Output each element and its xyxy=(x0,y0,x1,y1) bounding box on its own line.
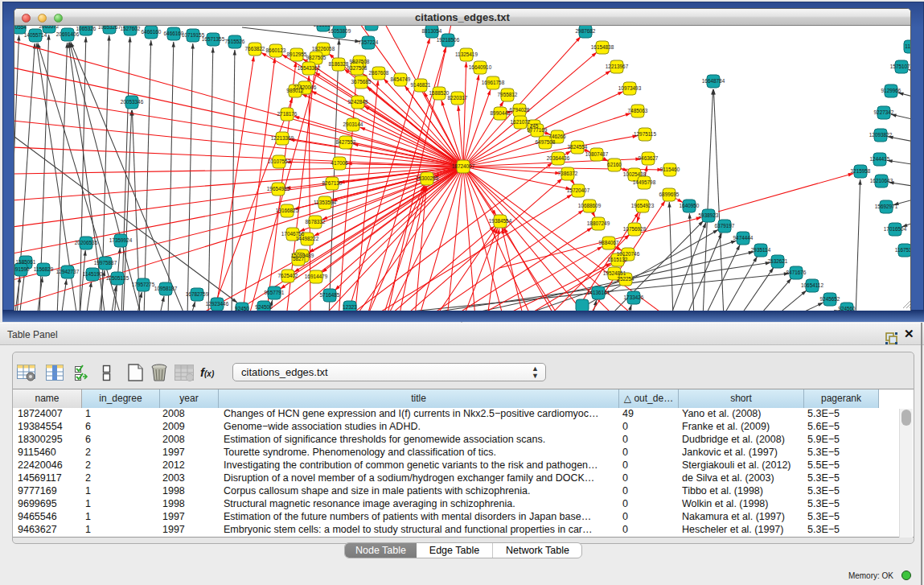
svg-text:1615132: 1615132 xyxy=(608,257,628,262)
svg-text:19654923: 19654923 xyxy=(631,203,655,208)
svg-text:1640950: 1640950 xyxy=(680,203,700,208)
svg-text:8912955: 8912955 xyxy=(287,51,307,57)
svg-text:20053346: 20053346 xyxy=(121,99,144,105)
svg-text:10973493: 10973493 xyxy=(618,85,642,91)
svg-text:8267130: 8267130 xyxy=(322,180,343,186)
svg-text:9884067: 9884067 xyxy=(599,240,619,245)
svg-text:391590: 391590 xyxy=(14,266,30,272)
svg-text:10107552: 10107552 xyxy=(268,159,291,164)
svg-text:9327508: 9327508 xyxy=(347,65,368,71)
svg-text:62160: 62160 xyxy=(607,162,622,167)
svg-text:9657791: 9657791 xyxy=(265,290,285,295)
svg-text:12942737: 12942737 xyxy=(56,269,80,274)
svg-text:9777169: 9777169 xyxy=(528,127,548,133)
svg-text:1065326: 1065326 xyxy=(76,26,97,31)
svg-text:16648784: 16648784 xyxy=(702,78,725,84)
svg-text:10653267: 10653267 xyxy=(98,26,121,30)
svg-text:1733426: 1733426 xyxy=(624,295,644,300)
svg-text:18807249: 18807249 xyxy=(587,220,610,226)
svg-text:17957275: 17957275 xyxy=(132,282,155,287)
svg-text:1156829: 1156829 xyxy=(34,266,54,272)
svg-text:10025438: 10025438 xyxy=(623,171,647,177)
svg-text:3824554: 3824554 xyxy=(568,144,588,150)
svg-text:20691406: 20691406 xyxy=(56,31,80,37)
svg-text:1527602: 1527602 xyxy=(121,26,141,31)
svg-text:10958187: 10958187 xyxy=(154,286,178,291)
svg-text:92450: 92450 xyxy=(235,306,249,311)
svg-text:18724007: 18724007 xyxy=(452,163,475,169)
svg-text:1117: 1117 xyxy=(905,43,910,49)
svg-text:18226058: 18226058 xyxy=(312,46,335,51)
svg-text:924560: 924560 xyxy=(838,306,856,311)
svg-text:16640910: 16640910 xyxy=(469,64,492,70)
svg-text:20554: 20554 xyxy=(14,26,27,30)
svg-text:9242848: 9242848 xyxy=(348,99,368,105)
svg-text:9827508: 9827508 xyxy=(350,59,370,64)
svg-text:9474444: 9474444 xyxy=(733,235,754,241)
svg-text:17016504: 17016504 xyxy=(884,226,907,232)
svg-text:746266: 746266 xyxy=(548,134,566,139)
svg-text:1621072: 1621072 xyxy=(511,119,531,125)
svg-text:1167531: 1167531 xyxy=(895,247,910,253)
svg-text:2903144: 2903144 xyxy=(343,122,363,127)
svg-text:20364436: 20364436 xyxy=(547,155,570,161)
svg-text:7663822: 7663822 xyxy=(245,46,265,51)
svg-text:15720407: 15720407 xyxy=(567,187,590,193)
svg-text:252254: 252254 xyxy=(617,276,634,282)
svg-text:12505135: 12505135 xyxy=(106,275,129,281)
svg-text:15692971: 15692971 xyxy=(875,204,898,209)
svg-text:10756928: 10756928 xyxy=(623,226,647,232)
svg-text:6466160: 6466160 xyxy=(142,29,162,35)
svg-text:9115460: 9115460 xyxy=(660,167,680,172)
svg-text:12923446: 12923446 xyxy=(206,301,229,307)
svg-text:9463627: 9463627 xyxy=(639,155,659,161)
svg-text:10807487: 10807487 xyxy=(585,151,609,157)
svg-text:19654985: 19654985 xyxy=(267,186,290,192)
svg-text:7632621: 7632621 xyxy=(768,258,788,264)
svg-text:19218506: 19218506 xyxy=(437,37,460,43)
svg-text:2987682: 2987682 xyxy=(576,28,596,34)
svg-text:8990443: 8990443 xyxy=(491,110,511,116)
svg-text:8454749: 8454749 xyxy=(391,76,411,82)
svg-text:16571355: 16571355 xyxy=(202,36,225,42)
svg-text:12093822: 12093822 xyxy=(869,132,893,138)
svg-text:19975887: 19975887 xyxy=(94,260,117,266)
svg-text:2867608: 2867608 xyxy=(369,70,389,76)
svg-text:12323: 12323 xyxy=(343,304,357,310)
svg-text:7485063: 7485063 xyxy=(628,108,648,113)
svg-text:16210643: 16210643 xyxy=(870,178,893,183)
svg-text:11353594: 11353594 xyxy=(314,200,336,205)
svg-text:20206535: 20206535 xyxy=(75,240,98,245)
svg-text:3215958: 3215958 xyxy=(851,168,871,174)
svg-text:10120746: 10120746 xyxy=(617,251,640,257)
svg-text:8427552: 8427552 xyxy=(336,139,356,145)
svg-text:6794028: 6794028 xyxy=(510,107,530,113)
svg-text:10654112: 10654112 xyxy=(801,282,823,288)
svg-text:7955812: 7955812 xyxy=(498,92,518,97)
svg-text:12975115: 12975115 xyxy=(634,131,656,137)
svg-text:1588520: 1588520 xyxy=(429,90,450,96)
svg-text:9245652: 9245652 xyxy=(820,296,840,302)
svg-text:1145190: 1145190 xyxy=(83,271,103,277)
svg-text:7515526: 7515526 xyxy=(225,39,245,44)
svg-text:19384554: 19384554 xyxy=(489,218,512,224)
svg-text:989012: 989012 xyxy=(286,88,304,93)
svg-text:2065572: 2065572 xyxy=(39,26,60,29)
svg-text:12213369: 12213369 xyxy=(271,135,294,141)
svg-text:16053809: 16053809 xyxy=(328,28,351,34)
svg-text:417006: 417006 xyxy=(331,160,348,166)
svg-text:8471676: 8471676 xyxy=(786,270,807,275)
svg-text:19166825: 19166825 xyxy=(276,208,299,213)
svg-text:1585061: 1585061 xyxy=(16,259,36,265)
svg-text:8813054: 8813054 xyxy=(422,28,442,34)
svg-text:2935114: 2935114 xyxy=(751,247,771,253)
svg-text:5938923: 5938923 xyxy=(699,212,719,218)
svg-text:924500: 924500 xyxy=(255,304,273,310)
svg-text:16154838: 16154838 xyxy=(591,44,614,50)
svg-text:14136141: 14136141 xyxy=(587,290,610,295)
svg-text:7625402: 7625402 xyxy=(278,273,298,278)
svg-text:6379197: 6379197 xyxy=(715,223,735,229)
svg-text:5716485: 5716485 xyxy=(320,292,340,298)
svg-text:1065380: 1065380 xyxy=(314,26,334,27)
svg-text:9146821: 9146821 xyxy=(411,82,431,88)
